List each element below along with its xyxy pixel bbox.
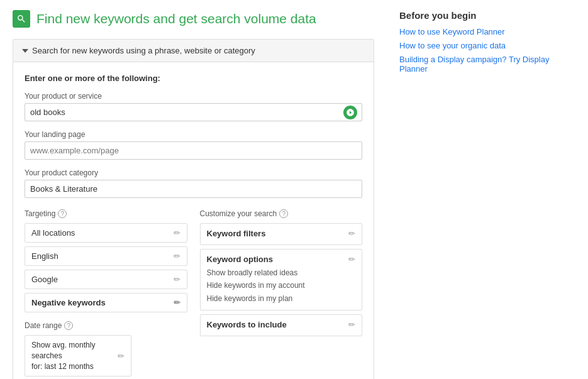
date-range-help-icon[interactable]: ? <box>64 321 73 330</box>
date-range-section: Date range ? Show avg. monthly searches … <box>25 321 187 376</box>
targeting-item-pencil-icon[interactable]: ✏ <box>174 228 180 238</box>
targeting-item-pencil-icon[interactable]: ✏ <box>174 251 180 261</box>
collapsible-title: Search for new keywords using a phrase, … <box>32 46 255 55</box>
customize-box-title: Keyword options <box>207 255 273 264</box>
product-input-wrap <box>25 103 362 121</box>
category-input-wrap <box>25 180 362 198</box>
customize-box: Keyword options ✏ Show broadly related i… <box>200 249 363 310</box>
date-range-item[interactable]: Show avg. monthly searches for: last 12 … <box>25 335 131 376</box>
product-label: Your product or service <box>25 92 362 101</box>
customize-boxes: Keyword filters ✏ Keyword options ✏ Show… <box>200 223 363 336</box>
targeting-items: All locations ✏ English ✏ Google ✏ Negat… <box>25 223 187 312</box>
sidebar-before-title: Before you begin <box>399 10 575 21</box>
customize-box[interactable]: Keyword filters ✏ <box>200 223 363 245</box>
category-field-group: Your product category <box>25 168 362 198</box>
customize-box-header: Keyword options ✏ <box>207 255 356 264</box>
targeting-item[interactable]: All locations ✏ <box>25 223 187 243</box>
targeting-item-text: All locations <box>31 228 75 238</box>
product-input[interactable] <box>25 103 362 121</box>
landing-label: Your landing page <box>25 130 362 139</box>
customize-help-icon[interactable]: ? <box>279 209 288 218</box>
customize-box-header: Keyword filters ✏ <box>207 229 356 238</box>
targeting-item-text: English <box>31 251 58 261</box>
sidebar-links: How to use Keyword PlannerHow to see you… <box>399 27 575 74</box>
page-header: Find new keywords and get search volume … <box>13 10 374 28</box>
date-range-pencil-icon[interactable]: ✏ <box>118 351 125 361</box>
customize-box[interactable]: Keywords to include ✏ <box>200 314 363 336</box>
customize-option: Show broadly related ideas <box>207 266 356 279</box>
category-input[interactable] <box>25 180 362 198</box>
customize-box-pencil-icon[interactable]: ✏ <box>348 229 355 238</box>
search-icon <box>13 10 30 28</box>
sidebar-link[interactable]: How to use Keyword Planner <box>399 27 575 36</box>
page-title: Find new keywords and get search volume … <box>36 11 316 26</box>
sidebar-link[interactable]: Building a Display campaign? Try Display… <box>399 55 575 74</box>
targeting-col: Targeting ? All locations ✏ English ✏ Go… <box>25 209 187 376</box>
targeting-help-icon[interactable]: ? <box>58 209 67 218</box>
form-intro: Enter one or more of the following: <box>25 74 362 83</box>
customize-box-title: Keyword filters <box>207 229 266 238</box>
customize-box-pencil-icon[interactable]: ✏ <box>348 255 355 264</box>
targeting-item-pencil-icon[interactable]: ✏ <box>174 298 180 307</box>
landing-input[interactable] <box>25 141 362 160</box>
targeting-row: Targeting ? All locations ✏ English ✏ Go… <box>25 209 362 376</box>
customize-col: Customize your search ? Keyword filters … <box>200 209 363 376</box>
landing-input-wrap <box>25 141 362 160</box>
collapsible-section: Search for new keywords using a phrase, … <box>13 39 374 379</box>
customize-box-pencil-icon[interactable]: ✏ <box>348 320 355 329</box>
targeting-item[interactable]: Google ✏ <box>25 270 187 289</box>
targeting-item[interactable]: Negative keywords ✏ <box>25 293 187 312</box>
customize-box-header: Keywords to include ✏ <box>207 320 356 329</box>
customize-option: Hide keywords in my plan <box>207 292 356 305</box>
collapse-triangle-icon <box>22 49 28 53</box>
customize-heading: Customize your search ? <box>200 209 363 218</box>
date-range-heading: Date range ? <box>25 321 187 330</box>
customize-option: Hide keywords in my account <box>207 279 356 292</box>
form-content: Enter one or more of the following: Your… <box>13 62 374 379</box>
targeting-item-text: Google <box>31 275 58 284</box>
category-label: Your product category <box>25 168 362 177</box>
product-field-group: Your product or service <box>25 92 362 121</box>
targeting-item-text: Negative keywords <box>31 298 106 307</box>
customize-box-title: Keywords to include <box>207 320 287 329</box>
targeting-item[interactable]: English ✏ <box>25 246 187 266</box>
grammarly-icon[interactable] <box>343 106 357 119</box>
sidebar: Before you begin How to use Keyword Plan… <box>399 10 575 379</box>
targeting-item-pencil-icon[interactable]: ✏ <box>174 275 180 284</box>
main-content: Find new keywords and get search volume … <box>13 10 374 379</box>
targeting-heading: Targeting ? <box>25 209 187 218</box>
sidebar-link[interactable]: How to see your organic data <box>399 41 575 50</box>
date-range-text: Show avg. monthly searches for: last 12 … <box>31 340 118 371</box>
landing-field-group: Your landing page <box>25 130 362 160</box>
collapsible-header[interactable]: Search for new keywords using a phrase, … <box>13 40 374 62</box>
customize-box-options: Show broadly related ideasHide keywords … <box>207 266 356 305</box>
